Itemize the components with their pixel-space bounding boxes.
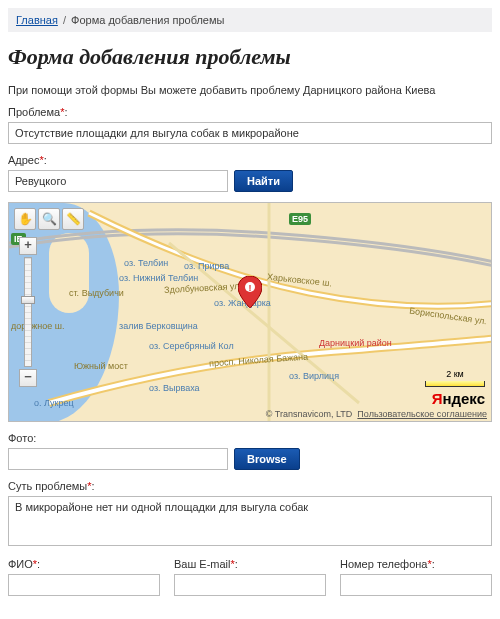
intro-text: При помощи этой формы Вы можете добавить… <box>8 84 492 96</box>
photo-label: Фото: <box>8 432 492 444</box>
map-label-yuzhny: Южный мост <box>74 361 128 371</box>
map-label-lukrets: о. Лукрец <box>34 398 74 408</box>
map-agreement-link[interactable]: Пользовательское соглашение <box>357 409 487 419</box>
problem-field: Проблема*: <box>8 106 492 144</box>
description-label: Суть проблемы*: <box>8 480 492 492</box>
fio-field: ФИО*: <box>8 558 160 596</box>
svg-text:!: ! <box>249 283 252 293</box>
breadcrumb-home-link[interactable]: Главная <box>16 14 58 26</box>
zoom-region-tool-icon[interactable]: 🔍 <box>38 208 60 230</box>
address-label: Адрес*: <box>8 154 492 166</box>
map-label-e95: E95 <box>289 213 311 225</box>
map-toolbar: ✋ 🔍 📏 <box>14 208 84 230</box>
phone-field: Номер телефона*: <box>340 558 492 596</box>
yandex-logo: Яндекс <box>432 390 485 407</box>
fio-input[interactable] <box>8 574 160 596</box>
problem-input[interactable] <box>8 122 492 144</box>
zoom-slider-thumb[interactable] <box>21 296 35 304</box>
map-label-vyrvakha: оз. Вырваха <box>149 383 200 393</box>
map-label-darnytsia: Дарницкий район <box>319 338 392 348</box>
address-field: Адрес*: Найти <box>8 154 492 192</box>
map-pin-icon: ! <box>238 276 262 308</box>
zoom-out-button[interactable]: − <box>19 369 37 387</box>
email-label: Ваш E-mail*: <box>174 558 326 570</box>
map-scalebar: 2 км <box>425 369 485 387</box>
map-label-pryrva: оз. Прирва <box>184 261 229 271</box>
map-label-telbin-n: оз. Нижний Телбин <box>119 273 198 283</box>
zoom-control: + − <box>19 237 37 387</box>
ruler-tool-icon[interactable]: 📏 <box>62 208 84 230</box>
description-textarea[interactable]: В микрорайоне нет ни одной площадки для … <box>8 496 492 546</box>
photo-field: Фото: Browse <box>8 432 492 470</box>
browse-button[interactable]: Browse <box>234 448 300 470</box>
pan-tool-icon[interactable]: ✋ <box>14 208 36 230</box>
map-label-berkov: залив Берковщина <box>119 321 198 331</box>
zoom-in-button[interactable]: + <box>19 237 37 255</box>
page-title: Форма добавления проблемы <box>8 44 492 70</box>
address-input[interactable] <box>8 170 228 192</box>
breadcrumb: Главная / Форма добавления проблемы <box>8 8 492 32</box>
map-label-telbin-r: оз. Телбин <box>124 258 168 268</box>
map-credit: © Transnavicom, LTD Пользовательское сог… <box>266 409 487 419</box>
map[interactable]: ІБ E95 Харьковское ш. просп. Николая Баж… <box>8 202 492 422</box>
email-field: Ваш E-mail*: <box>174 558 326 596</box>
email-input[interactable] <box>174 574 326 596</box>
fio-label: ФИО*: <box>8 558 160 570</box>
phone-input[interactable] <box>340 574 492 596</box>
find-button[interactable]: Найти <box>234 170 293 192</box>
phone-label: Номер телефона*: <box>340 558 492 570</box>
breadcrumb-sep: / <box>63 14 66 26</box>
map-label-serebr: оз. Серебряный Кол <box>149 341 234 351</box>
photo-input[interactable] <box>8 448 228 470</box>
map-label-virlitsa: оз. Вирлиця <box>289 371 339 381</box>
map-label-vydubychi: ст. Выдубичи <box>69 288 124 298</box>
zoom-slider-track[interactable] <box>24 257 32 367</box>
description-field: Суть проблемы*: В микрорайоне нет ни одн… <box>8 480 492 548</box>
problem-label: Проблема*: <box>8 106 492 118</box>
breadcrumb-current: Форма добавления проблемы <box>71 14 224 26</box>
